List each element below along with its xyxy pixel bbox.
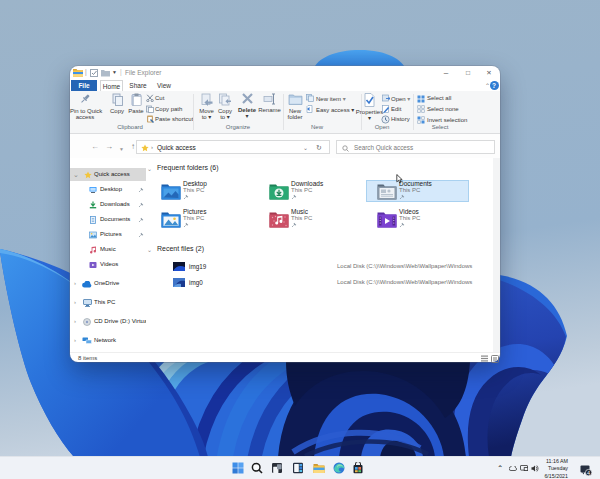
svg-text:4: 4 [587,470,590,476]
